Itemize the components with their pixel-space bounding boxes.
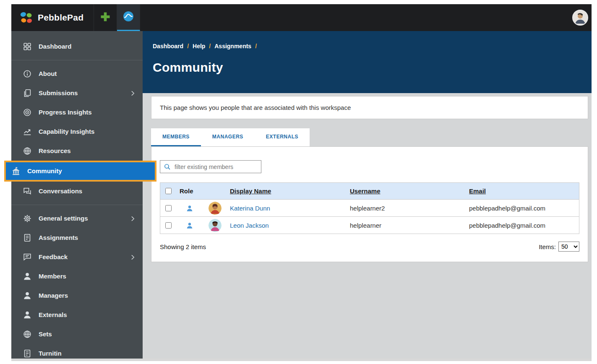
feedback-icon — [23, 252, 32, 262]
chevron-right-icon — [130, 254, 136, 260]
sidebar-item-assignments[interactable]: Assignments — [11, 228, 143, 247]
member-name-link[interactable]: Leon Jackson — [230, 222, 269, 229]
row-checkbox[interactable] — [165, 222, 172, 229]
sidebar-item-capability-insights[interactable]: Capability Insights — [11, 122, 143, 141]
row-checkbox[interactable] — [165, 205, 172, 211]
select-all-checkbox[interactable] — [165, 188, 172, 194]
sidebar-item-general-settings[interactable]: General settings — [11, 209, 143, 228]
user-avatar[interactable] — [572, 10, 588, 26]
sidebar-item-community[interactable]: Community — [4, 161, 156, 182]
column-header-display-name[interactable]: Display Name — [227, 183, 347, 200]
chevron-right-icon — [130, 216, 136, 222]
sidebar-item-label: Resources — [39, 146, 136, 156]
sidebar-item-label: Managers — [39, 291, 136, 300]
role-cell — [176, 200, 203, 217]
chevron-right-icon — [130, 90, 136, 96]
sidebar-item-turnitin[interactable]: Turnitin — [11, 344, 143, 363]
app-body: DashboardAboutSubmissionsProgress Insigh… — [11, 31, 592, 359]
person-icon — [23, 310, 32, 320]
items-per-page-select[interactable]: 50 — [558, 242, 579, 252]
sidebar-divider — [11, 205, 143, 205]
row-checkbox-cell — [160, 217, 177, 234]
page-description-box: This page shows you people that are asso… — [151, 96, 588, 119]
sidebar-item-label: Members — [39, 272, 136, 281]
community-icon — [11, 166, 21, 176]
filter-members-input[interactable] — [174, 163, 258, 171]
items-per-page: Items: 50 — [539, 242, 579, 252]
members-panel: Role Display Name Username Email Kater — [151, 146, 588, 262]
sidebar-item-label: Externals — [39, 310, 136, 320]
table-row: Leon Jacksonhelplearnerpebblepadhelp@gma… — [160, 217, 579, 234]
main-content: Dashboard/Help/Assignments/ Community Th… — [143, 31, 592, 359]
column-header-avatar — [203, 183, 227, 200]
role-cell — [176, 217, 203, 234]
sidebar-item-members[interactable]: Members — [11, 267, 143, 286]
document-icon — [23, 349, 32, 358]
row-checkbox-cell — [160, 200, 177, 217]
sidebar-item-about[interactable]: About — [11, 64, 143, 83]
info-icon — [23, 69, 32, 78]
sidebar-item-label: Community — [27, 166, 148, 176]
pebblepad-pebbles-icon — [19, 10, 33, 25]
chat-icon — [23, 187, 32, 196]
breadcrumb-separator: / — [187, 43, 189, 49]
pebblepad-logo[interactable]: PebblePad — [11, 4, 94, 31]
sphere-icon — [23, 146, 32, 156]
pebble-plus-app-tab[interactable] — [94, 4, 117, 31]
sidebar-item-feedback[interactable]: Feedback — [11, 247, 143, 267]
sidebar-item-resources[interactable]: Resources — [11, 141, 143, 161]
person-icon — [23, 272, 32, 281]
tab-externals[interactable]: EXTERNALS — [255, 128, 310, 146]
pebble-plus-icon — [99, 11, 111, 24]
sidebar-item-submissions[interactable]: Submissions — [11, 83, 143, 103]
column-header-email[interactable]: Email — [466, 183, 579, 200]
sidebar-item-externals[interactable]: Externals — [11, 305, 143, 325]
email-cell: pebblepadhelp@gmail.com — [466, 217, 579, 234]
topbar: PebblePad — [11, 4, 592, 31]
member-name-link[interactable]: Katerina Dunn — [230, 205, 270, 212]
tab-managers[interactable]: MANAGERS — [201, 128, 255, 146]
sidebar-item-sets[interactable]: Sets — [11, 325, 143, 344]
breadcrumb-link-help[interactable]: Help — [193, 43, 205, 49]
sidebar-item-conversations[interactable]: Conversations — [11, 182, 143, 201]
atlas-icon — [123, 10, 134, 24]
member-role-icon — [186, 205, 193, 212]
breadcrumb-separator: / — [209, 43, 211, 49]
app-window: PebblePad — [11, 4, 592, 361]
gear-icon — [23, 214, 32, 223]
member-role-icon — [186, 222, 193, 229]
sidebar-item-label: Submissions — [39, 88, 123, 98]
display-name-cell: Leon Jackson — [227, 217, 347, 234]
column-header-role: Role — [176, 183, 203, 200]
screenshot-canvas: PebblePad — [0, 0, 597, 364]
members-table-body: Katerina Dunnhelplearner2pebblepadhelp@g… — [160, 200, 579, 234]
sidebar-item-dashboard[interactable]: Dashboard — [11, 37, 143, 56]
search-icon — [164, 163, 171, 170]
member-avatar — [209, 219, 222, 232]
email-cell: pebblepadhelp@gmail.com — [466, 200, 579, 217]
column-header-username[interactable]: Username — [347, 183, 466, 200]
avatar-cell — [203, 200, 227, 217]
sidebar-item-label: General settings — [39, 214, 123, 223]
breadcrumb-link-assignments[interactable]: Assignments — [214, 43, 251, 49]
sidebar-item-label: Assignments — [39, 233, 136, 242]
dashboard-icon — [23, 42, 32, 51]
breadcrumb-separator: / — [255, 43, 257, 49]
page-title: Community — [153, 60, 579, 75]
sidebar-item-progress-insights[interactable]: Progress Insights — [11, 103, 143, 122]
sidebar-item-label: Conversations — [39, 187, 136, 196]
member-avatar — [209, 202, 222, 215]
document-icon — [23, 233, 32, 242]
brand-name: PebblePad — [38, 13, 83, 23]
showing-count-text: Showing 2 items — [160, 243, 206, 250]
table-header-row: Role Display Name Username Email — [160, 183, 579, 200]
sphere-icon — [23, 330, 32, 339]
filter-box — [160, 160, 261, 173]
topbar-spacer — [140, 4, 572, 31]
sidebar-item-managers[interactable]: Managers — [11, 286, 143, 305]
sidebar-item-label: Dashboard — [39, 42, 136, 51]
sidebar-item-label: Feedback — [39, 252, 123, 262]
breadcrumb-link-dashboard[interactable]: Dashboard — [153, 43, 183, 49]
atlas-app-tab[interactable] — [117, 4, 140, 31]
tab-members[interactable]: MEMBERS — [151, 128, 201, 146]
